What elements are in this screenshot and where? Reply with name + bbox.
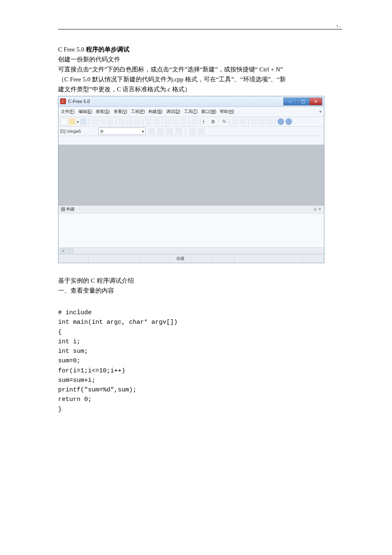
code-line: return 0; [58,396,92,403]
menu-file[interactable]: 文件(F) [61,109,75,115]
build-panel-title: 构建 [66,207,75,211]
status-cell-6 [213,254,235,263]
redo-icon[interactable] [153,118,160,125]
toolbar-separator [185,128,186,134]
cut-icon[interactable] [118,118,125,125]
nav-forward-icon[interactable] [239,118,246,125]
scroll-thumb[interactable] [68,248,73,253]
menu-project[interactable]: 工程(P) [131,109,145,115]
help-icon[interactable] [278,118,284,125]
scroll-left-icon[interactable]: ◂ [60,248,66,253]
layout2-icon[interactable] [258,118,265,125]
save-icon[interactable] [80,118,87,125]
intro-line-5: 建文件类型”中更改，C 语言标准格式为.c 格式） [58,84,342,94]
toolbar-separator [189,119,189,125]
menu-window[interactable]: 窗口(W) [201,109,216,115]
save-all-icon[interactable] [91,118,98,125]
menu-view[interactable]: 查看(V) [114,109,127,115]
paste-icon[interactable] [134,118,141,125]
menubar: 文件(F) 编辑(E) 搜索(S) 查看(V) 工程(P) 构建(B) 调试(D… [58,107,324,117]
status-cell-7 [235,254,302,263]
layout1-icon[interactable] [251,118,257,125]
code-line: printf("sum=%d",sum); [58,386,136,394]
continue-icon[interactable] [198,128,205,134]
close-button[interactable]: ✕ [309,98,322,105]
open-file-icon[interactable] [69,118,75,125]
toolbar-separator [89,119,89,125]
code-line: # include [58,309,92,316]
about-icon[interactable] [285,118,292,125]
toolbar-separator [248,119,248,125]
status-cell-1 [58,254,89,263]
top-rule [58,29,342,29]
code-line: { [58,329,62,336]
new-file-icon[interactable] [60,118,68,125]
panel-pin-icon[interactable]: ⇲ [313,207,317,211]
chevron-down-icon: ▾ [142,129,144,134]
layout3-icon[interactable] [266,118,273,125]
svg-text:C: C [62,99,65,103]
bookmark-icon[interactable] [172,118,179,125]
code-line: int main(int argc, char* argv[]) [58,319,178,326]
menu-tools[interactable]: 工具(T) [184,109,198,115]
panel-close-icon[interactable]: ✕ [318,207,321,211]
statusbar: 创建 [58,254,324,263]
code-line: sum=sum+i; [58,377,95,384]
open-dropdown-icon[interactable]: ▾ [77,120,79,124]
intro-line-3: 可直接点击“文件”下的白色图标，或点击“文件”选择“新建”，或按快捷键“ Ctr… [58,64,342,74]
config-combo[interactable]: ⚙ ▾ [98,127,146,135]
toolbar-main: ▾ ∱ · 象 · % [58,117,324,127]
nav-back-icon[interactable] [231,118,238,125]
editor-area[interactable] [58,145,324,205]
status-cell-center: 创建 [170,254,191,263]
toolbar-separator [200,119,200,125]
maximize-button[interactable]: ▢ [296,98,309,105]
copy-icon[interactable] [126,118,133,125]
toolbar-separator [143,119,143,125]
section2-title: 基于实例的 C 程序调试介绍 [58,276,342,286]
compile-icon[interactable] [191,118,198,125]
maximize-icon: ▢ [301,99,305,104]
undo-icon[interactable] [145,118,152,125]
run-icon[interactable] [148,128,155,134]
window-title: C-Free 5.0 [68,99,283,104]
menu-help[interactable]: 帮助(H) [220,109,234,115]
toolbar-separator [162,119,162,125]
menu-build[interactable]: 构建(B) [149,109,162,115]
page-mark: !- [336,24,341,29]
step-out-icon[interactable] [189,128,196,134]
panel-icon: ▦ [61,207,66,211]
menubar-overflow-icon[interactable]: ▾ [319,110,321,114]
panel-scrollbar: ◂ [58,248,324,254]
menu-debug[interactable]: 调试(D) [166,109,180,115]
window-buttons: ‒ ▢ ✕ [283,98,322,105]
cfree-screenshot: C C-Free 5.0 ‒ ▢ ✕ 文件(F) 编辑(E) 搜索(S) 查看(… [58,96,324,263]
print-icon[interactable] [99,118,106,125]
properties-icon[interactable] [107,118,114,125]
code-line: int i; [58,338,80,345]
code-line: for(i=1;i<=10;i++) [58,367,125,374]
step-into-icon[interactable] [166,128,173,134]
stop-icon[interactable] [157,128,164,134]
toolbar-separator [116,119,116,125]
gear-icon: ⚙ [100,129,104,134]
intro-line-2: 创建一份新的代码文件 [58,54,342,64]
heading-prefix: C Free 5.0 [58,46,86,53]
status-cell-3 [140,254,170,263]
heading-line: C Free 5.0 程序的单步调试 [58,44,342,54]
status-cell-5 [191,254,213,263]
menu-edit[interactable]: 编辑(E) [78,109,92,115]
minimize-button[interactable]: ‒ [283,98,296,105]
step-over-icon[interactable] [175,128,182,134]
toolbar-glyphs: ∱ · 象 · % [202,119,227,125]
build-panel-header: ▦ 构建 ⇲ ✕ [58,205,324,213]
heading-bold: 程序的单步调试 [86,46,129,53]
find-icon[interactable] [164,118,171,125]
compiler-label: [D] mingw5 [60,129,81,134]
menu-search[interactable]: 搜索(S) [96,109,110,115]
editor-tabstrip [58,136,324,145]
close-icon: ✕ [314,99,317,104]
bookmark-next-icon[interactable] [180,118,187,125]
status-cell-2 [89,254,140,263]
toolbar-separator [275,119,275,125]
